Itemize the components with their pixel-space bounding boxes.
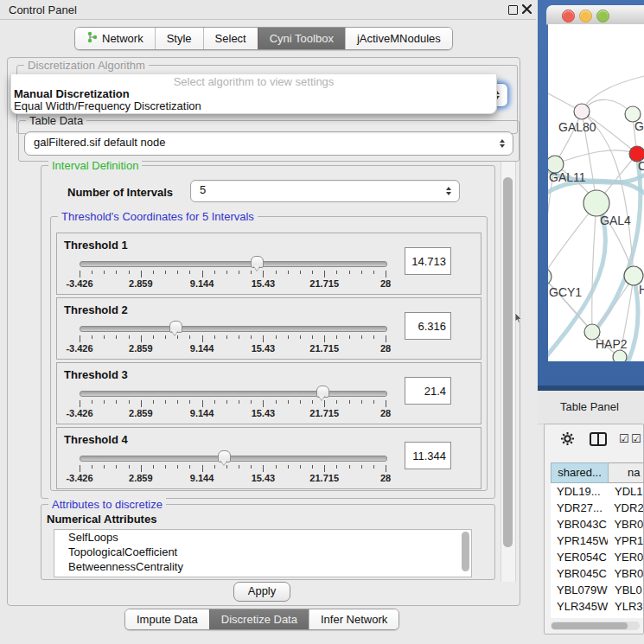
tick-mark: [349, 335, 350, 339]
float-window-icon[interactable]: [508, 5, 518, 15]
table-horizontal-scrollbar[interactable]: [551, 622, 640, 630]
zoom-traffic-light[interactable]: [596, 10, 609, 22]
threshold-value-field[interactable]: 11.344: [405, 442, 451, 469]
table-cell: YIL0: [609, 615, 638, 618]
slider-thumb[interactable]: [169, 321, 182, 333]
tick-mark: [116, 271, 117, 274]
tab-network[interactable]: Network: [75, 28, 155, 49]
apply-button[interactable]: Apply: [233, 582, 290, 602]
column-header-shared-[interactable]: shared...: [551, 462, 609, 483]
tick-mark: [263, 271, 264, 277]
tick-mark: [276, 335, 277, 339]
threshold-label: Threshold 3: [64, 368, 128, 381]
network-node[interactable]: [613, 350, 627, 361]
table-row[interactable]: YBR045CYBR0: [551, 565, 643, 582]
column-layout-icon[interactable]: [590, 432, 607, 446]
tab-label: jActiveMNodules: [357, 32, 441, 45]
numerical-attributes-list[interactable]: SelfLoopsTopologicalCoefficientBetweenne…: [54, 529, 472, 577]
tick-mark: [165, 335, 166, 339]
tab-jactivemnodules[interactable]: jActiveMNodules: [345, 28, 452, 49]
tab-style[interactable]: Style: [155, 28, 203, 49]
tab-impute-data[interactable]: Impute Data: [125, 609, 209, 629]
network-node-label: H: [639, 283, 644, 296]
table-row[interactable]: YPR145WYPR1: [551, 532, 643, 549]
tick-mark: [312, 335, 313, 339]
slider-track[interactable]: [80, 391, 387, 397]
table-panel-title: Table Panel: [560, 400, 619, 413]
panel-scrollbar[interactable]: [501, 162, 516, 582]
tab-select[interactable]: Select: [203, 28, 258, 49]
table-row[interactable]: YDR27...YDR2: [551, 500, 643, 516]
tick-label: 2.859: [129, 343, 153, 354]
table-row[interactable]: YER054CYER0: [551, 549, 643, 565]
tick-mark: [336, 400, 337, 404]
settings-gear-icon[interactable]: [560, 431, 575, 446]
tick-label: -3.426: [66, 408, 92, 418]
network-node[interactable]: [548, 268, 552, 285]
tab-discretize-data[interactable]: Discretize Data: [209, 609, 309, 629]
threshold-value-field[interactable]: 6.316: [405, 312, 451, 340]
network-view-canvas[interactable]: GAL80GACGAL11GAL4GCY1HHAP2: [548, 24, 644, 361]
table-row[interactable]: YLR345WYLR3: [551, 598, 643, 615]
network-window-titlebar[interactable]: [546, 5, 644, 25]
dropdown-item-manual-discretization[interactable]: Manual Discretization: [11, 88, 496, 100]
table-cell: YER0: [608, 549, 643, 565]
tick-label: 28: [380, 343, 391, 354]
tick-mark: [386, 335, 386, 342]
tick-label: 9.144: [190, 278, 214, 289]
tick-mark: [226, 271, 227, 274]
tab-cyni-toolbox[interactable]: Cyni Toolbox: [258, 28, 345, 49]
table-data-select[interactable]: galFiltered.sif default node: [24, 131, 513, 156]
tick-mark: [153, 465, 154, 469]
dropdown-item-equal-width-frequency-discretization[interactable]: Equal Width/Frequency Discretization: [11, 100, 496, 112]
close-icon[interactable]: [522, 4, 532, 14]
list-item-selfloops[interactable]: SelfLoops: [54, 530, 471, 545]
tick-mark: [214, 271, 215, 274]
panel-title: Control Panel: [9, 3, 77, 16]
table-cell: YPR1: [608, 532, 643, 549]
tick-mark: [336, 335, 337, 339]
network-node[interactable]: [583, 190, 609, 216]
list-item-betweennesscentrality[interactable]: BetweennessCentrality: [54, 559, 471, 574]
checkbox-checked-icon[interactable]: ☑: [631, 433, 641, 444]
threshold-label: Threshold 1: [64, 239, 128, 252]
number-of-intervals-spinner[interactable]: 5: [190, 180, 460, 202]
table-row[interactable]: YBL079WYBL0: [551, 582, 643, 598]
tick-mark: [226, 335, 227, 339]
table-data-group: Table Data galFiltered.sif default node: [18, 120, 520, 162]
tick-mark: [80, 335, 80, 342]
threshold-value-field[interactable]: 14.713: [405, 247, 451, 275]
tick-mark: [373, 400, 374, 404]
list-item-topologicalcoefficient[interactable]: TopologicalCoefficient: [54, 545, 471, 559]
slider-track[interactable]: [80, 456, 387, 462]
close-traffic-light[interactable]: [562, 10, 575, 22]
tab-infer-network[interactable]: Infer Network: [309, 609, 399, 629]
table-cell: YLR3: [609, 598, 643, 615]
tick-mark: [129, 335, 130, 339]
table-cell: YIL052C: [551, 615, 609, 618]
group-title: Attributes to discretize: [48, 498, 166, 511]
tick-mark: [239, 465, 239, 469]
panel-scrollbar-thumb[interactable]: [503, 177, 513, 547]
column-header-name[interactable]: na: [609, 462, 644, 483]
table-row[interactable]: YBR043CYBR0: [551, 516, 643, 532]
table-row[interactable]: YIL052CYIL0: [551, 615, 643, 618]
checkbox-checked-icon[interactable]: ☑: [619, 433, 629, 444]
threshold-value-field[interactable]: 21.4: [405, 377, 451, 405]
network-node[interactable]: [574, 104, 590, 119]
slider-thumb[interactable]: [218, 450, 231, 462]
minimize-traffic-light[interactable]: [579, 10, 592, 22]
slider-track[interactable]: [80, 326, 387, 332]
table-hscroll-thumb[interactable]: [552, 622, 628, 629]
slider-track[interactable]: [80, 261, 387, 267]
table-row[interactable]: YDL19...YDL1: [551, 483, 643, 500]
tick-label: 21.715: [309, 343, 339, 354]
tick-mark: [288, 400, 289, 404]
tab-label: Style: [167, 32, 192, 45]
stepper-icon: [446, 187, 451, 195]
slider-thumb[interactable]: [316, 386, 329, 398]
slider-thumb[interactable]: [251, 256, 264, 268]
tick-mark: [324, 465, 325, 472]
list-scrollbar-thumb[interactable]: [462, 532, 469, 571]
tick-mark: [129, 400, 130, 404]
